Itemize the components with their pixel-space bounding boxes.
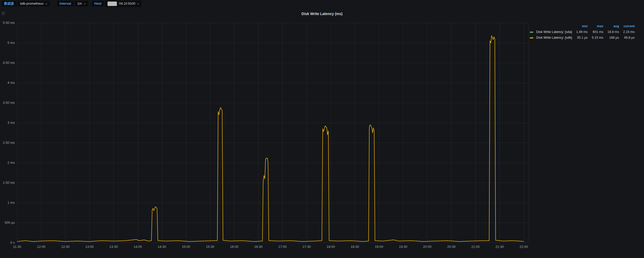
y-axis-label: 500 µs: [5, 221, 15, 225]
redaction-box: [108, 2, 117, 6]
legend-header-row: min max avg current: [530, 23, 635, 29]
host-label: Host: [92, 1, 104, 6]
x-axis-label: 15:30: [206, 245, 214, 249]
datasource-value: tidb-prometheus: [20, 2, 44, 5]
legend-col-max[interactable]: max: [588, 23, 603, 29]
legend-row-sdb: Disk Write Latency: [sdb] 35.1 µs 5.15 m…: [530, 35, 635, 40]
x-axis-label: 17:30: [302, 245, 311, 249]
chevron-down-icon: [83, 2, 86, 4]
legend-header-spacer: [530, 23, 572, 29]
x-axis-label: 21:00: [471, 245, 480, 249]
legend-current-value: 45.8 µs: [619, 35, 635, 40]
legend-current-value: 2.15 ms: [619, 29, 635, 35]
legend-col-min[interactable]: min: [572, 23, 588, 29]
x-axis-label: 14:00: [133, 245, 142, 249]
datasource-dropdown[interactable]: tidb-prometheus: [18, 1, 50, 6]
series-line-sdb: [17, 36, 524, 241]
legend-avg-value: 166 µs: [603, 35, 619, 40]
interval-value: 1m: [77, 2, 82, 5]
legend-col-current[interactable]: current: [619, 23, 635, 29]
interval-label: Interval: [57, 1, 74, 6]
host-value: 04.10:9100: [119, 2, 135, 5]
grid-lines: [17, 23, 529, 243]
y-axis-label: 1.50 ms: [3, 181, 15, 185]
panel-info-icon[interactable]: i: [1, 11, 5, 15]
y-axis-label: 4.50 ms: [3, 61, 15, 65]
x-axis-label: 17:00: [278, 245, 287, 249]
disk-write-latency-panel: i Disk Write Latency (ms) 0 s500 µs1 ms1…: [0, 7, 644, 258]
chevron-down-icon: [45, 2, 47, 4]
y-axis-label: 0 s: [10, 241, 15, 245]
dashboard-submenu: 数据源 tidb-prometheus Interval 1m Host 04.…: [0, 0, 644, 7]
legend-min-value: 35.1 µs: [572, 35, 588, 40]
series-color-swatch: [530, 32, 533, 33]
chevron-down-icon: [137, 2, 139, 4]
x-axis-label: 12:30: [61, 245, 70, 249]
y-axis-label: 3.50 ms: [3, 101, 15, 105]
y-axis-label: 2.50 ms: [3, 141, 15, 145]
x-axis-label: 11:30: [13, 245, 21, 249]
legend-max-value: 5.15 ms: [588, 35, 603, 40]
x-axis-label: 22:00: [520, 245, 528, 249]
x-axis-label: 16:00: [230, 245, 239, 249]
axis-tick-labels: 0 s500 µs1 ms1.50 ms2 ms2.50 ms3 ms3.50 …: [3, 21, 528, 249]
series-label-sda[interactable]: Disk Write Latency: [sda]: [536, 30, 572, 34]
x-axis-label: 19:00: [375, 245, 383, 249]
x-axis-label: 16:30: [254, 245, 263, 249]
legend-table: min max avg current Disk Write Latency: …: [530, 23, 635, 40]
latency-chart: 0 s500 µs1 ms1.50 ms2 ms2.50 ms3 ms3.50 …: [0, 20, 531, 251]
legend-min-value: 1.49 ms: [572, 29, 588, 35]
datasource-label: 数据源: [2, 1, 17, 6]
x-axis-label: 19:30: [399, 245, 407, 249]
legend-label-cell: Disk Write Latency: [sdb]: [530, 35, 572, 40]
panel-title[interactable]: Disk Write Latency (ms): [0, 7, 644, 16]
y-axis-label: 1 ms: [8, 201, 15, 205]
x-axis-label: 14:30: [158, 245, 166, 249]
y-axis-label: 5.50 ms: [3, 21, 15, 25]
x-axis-label: 18:00: [327, 245, 335, 249]
y-axis-label: 3 ms: [8, 121, 15, 125]
host-dropdown[interactable]: 04.10:9100: [105, 1, 141, 7]
x-axis-label: 21:30: [496, 245, 504, 249]
legend-col-avg[interactable]: avg: [603, 23, 619, 29]
legend-label-cell: Disk Write Latency: [sda]: [530, 29, 572, 35]
y-axis-label: 5 ms: [8, 41, 15, 45]
x-axis-label: 15:00: [182, 245, 190, 249]
x-axis-label: 12:00: [37, 245, 46, 249]
y-axis-label: 2 ms: [8, 161, 15, 165]
y-axis-label: 4 ms: [8, 81, 15, 85]
legend-max-value: 601 ms: [588, 29, 603, 35]
series-label-sdb[interactable]: Disk Write Latency: [sdb]: [536, 36, 572, 39]
x-axis-label: 13:30: [109, 245, 118, 249]
x-axis-label: 13:00: [85, 245, 94, 249]
x-axis-label: 20:00: [423, 245, 431, 249]
legend-avg-value: 18.8 ms: [603, 29, 619, 35]
x-axis-label: 18:30: [351, 245, 359, 249]
interval-dropdown[interactable]: 1m: [75, 1, 88, 6]
series-color-swatch: [530, 37, 533, 38]
legend-row-sda: Disk Write Latency: [sda] 1.49 ms 601 ms…: [530, 29, 635, 35]
x-axis-label: 20:30: [447, 245, 456, 249]
